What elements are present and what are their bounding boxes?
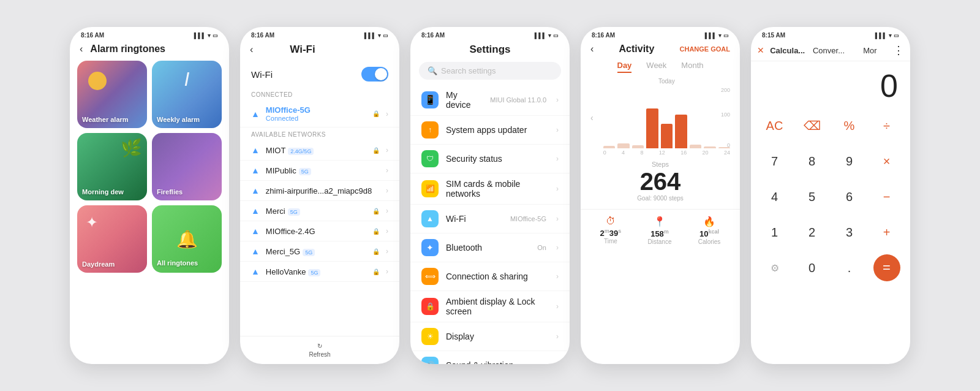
network-row-merci[interactable]: ▲ Merci5G 🔒 › (240, 201, 399, 221)
network-row-miot[interactable]: ▲ MIOT2.4G/5G 🔒 › (240, 140, 399, 161)
network-row-mipublic[interactable]: ▲ MIPublic5G › (240, 161, 399, 181)
arrow-icon-zhimi: › (386, 186, 388, 195)
status-time-2: 8:16 AM (251, 32, 274, 39)
x-label-20: 20 (703, 150, 709, 156)
calc-multiply[interactable]: × (868, 143, 905, 179)
settings-row-display[interactable]: ☀ Display › (410, 322, 570, 351)
calc-9[interactable]: 9 (831, 143, 868, 179)
x-label-0: 0 (603, 150, 606, 156)
ringtone-card-fireflies[interactable]: Fireflies (152, 133, 222, 200)
wifi-toggle[interactable] (361, 67, 388, 82)
settings-row-mydevice[interactable]: 📱 My device MIUI Global 11.0.0 › (410, 85, 570, 116)
settings-row-wifi[interactable]: ▲ Wi-Fi MIOffice-5G › (410, 205, 570, 233)
mydevice-value: MIUI Global 11.0.0 (490, 96, 546, 104)
lock-icon-hellovanke: 🔒 (372, 268, 380, 275)
tab-calculator[interactable]: Calcula... (769, 46, 805, 55)
refresh-button[interactable]: ↻ Refresh (309, 343, 330, 358)
connected-network-row[interactable]: ▲ MIOffice-5G Connected 🔒 › (240, 101, 399, 127)
ringtone-card-morning[interactable]: 🌿 Morning dew (77, 133, 147, 200)
stat-distance: 📍 158m Distance (648, 216, 672, 245)
network-name-mioffice24: MIOffice-2.4G (266, 227, 366, 236)
settings-row-bluetooth[interactable]: ✦ Bluetooth On › (410, 233, 570, 262)
settings-row-sim[interactable]: 📶 SIM cards & mobile networks › (410, 173, 570, 205)
wifi-icon-mioffice24: ▲ (251, 226, 260, 236)
calories-value: 10kcal (698, 229, 721, 238)
arrow-icon-merci: › (386, 207, 388, 215)
sparkle-decoration: ✦ (86, 214, 98, 231)
calc-ac[interactable]: AC (756, 108, 793, 143)
calc-backspace[interactable]: ⌫ (793, 108, 831, 143)
connected-network-name: MIOffice-5G (266, 105, 366, 115)
chart-x-labels: 0 4 8 12 16 20 24 (598, 148, 735, 157)
tab-day[interactable]: Day (617, 61, 632, 73)
ringtone-label-all: All ringtones (157, 259, 198, 267)
network-row-zhimi[interactable]: ▲ zhimi-airpurifie...a2_miapc9d8 › (240, 181, 399, 201)
calc-percent[interactable]: % (831, 108, 868, 143)
ringtone-card-daydream[interactable]: ✦ Daydream (77, 205, 147, 273)
ringtone-card-all[interactable]: 🔔 All ringtones (152, 205, 222, 273)
back-button-4[interactable]: ‹ (590, 44, 594, 55)
back-button-1[interactable]: ‹ (80, 44, 83, 55)
sysapps-icon: ↑ (421, 121, 439, 139)
chart-prev-button[interactable]: ‹ (586, 110, 598, 125)
calc-4[interactable]: 4 (756, 179, 793, 214)
wifi-page-title: Wi-Fi (290, 44, 315, 56)
phone-alarm-ringtones: 8:16 AM ▌▌▌ ▾ ▭ ‹ Alarm ringtones Weathe… (70, 27, 229, 364)
settings-search-bar[interactable]: 🔍 Search settings (419, 62, 561, 80)
calc-6[interactable]: 6 (831, 179, 868, 214)
signal-icon: ▌▌▌ (194, 32, 206, 39)
network-row-mioffice24[interactable]: ▲ MIOffice-2.4G 🔒 › (240, 221, 399, 241)
wifi-status-icon: ▾ (208, 32, 211, 39)
settings-row-connection[interactable]: ⟺ Connection & sharing › (410, 262, 570, 291)
calc-8[interactable]: 8 (793, 143, 831, 179)
available-section-label: AVAILABLE NETWORKS (240, 127, 399, 140)
activity-header: ‹ Activity CHANGE GOAL (581, 41, 740, 58)
x-label-8: 8 (640, 150, 643, 156)
calc-settings[interactable]: ⚙ (756, 250, 793, 286)
back-button-2[interactable]: ‹ (250, 44, 253, 55)
settings-row-ambient[interactable]: 🔒 Ambient display & Lock screen › (410, 291, 570, 322)
wifi-settings-label: Wi-Fi (446, 214, 503, 224)
calc-7[interactable]: 7 (756, 143, 793, 179)
tab-converter[interactable]: Conver... (810, 46, 846, 55)
arrow-icon-connected: › (386, 110, 388, 118)
ambient-text: Ambient display & Lock screen (446, 297, 549, 316)
calc-equals[interactable]: = (868, 250, 905, 286)
bar-6 (675, 115, 687, 148)
tab-month[interactable]: Month (681, 61, 703, 73)
calc-minus[interactable]: − (868, 179, 905, 214)
sim-label: SIM cards & mobile networks (446, 179, 549, 199)
tab-more[interactable]: Mor (852, 46, 888, 55)
settings-row-sysapps[interactable]: ↑ System apps updater › (410, 116, 570, 145)
letter-decoration: I (184, 68, 190, 91)
change-goal-button[interactable]: CHANGE GOAL (680, 45, 731, 53)
connection-arrow: › (556, 272, 559, 281)
ambient-label: Ambient display & Lock screen (446, 297, 549, 316)
calc-2[interactable]: 2 (793, 214, 831, 250)
calc-plus[interactable]: + (868, 214, 905, 250)
ringtone-card-weekly[interactable]: I Weekly alarm (152, 61, 222, 128)
sysapps-text: System apps updater (446, 125, 549, 135)
mydevice-arrow: › (556, 96, 559, 104)
tab-week[interactable]: Week (646, 61, 666, 73)
status-bar-5: 8:15 AM ▌▌▌ ▾ ▭ (751, 27, 910, 41)
calc-3[interactable]: 3 (831, 214, 868, 250)
calc-1[interactable]: 1 (756, 214, 793, 250)
calc-decimal[interactable]: . (831, 250, 868, 286)
leaf-decoration: 🌿 (121, 138, 142, 158)
calc-divide[interactable]: ÷ (868, 108, 905, 143)
bar-2 (617, 143, 629, 148)
settings-row-sound[interactable]: 🔊 Sound & vibration › (410, 351, 570, 364)
network-row-hellovanke[interactable]: ▲ HelloVanke5G 🔒 › (240, 262, 399, 282)
calc-0[interactable]: 0 (793, 250, 831, 286)
calc-5[interactable]: 5 (793, 179, 831, 214)
calories-label: Calories (698, 238, 721, 245)
network-row-merci5g[interactable]: ▲ Merci_5G5G 🔒 › (240, 241, 399, 262)
arrow-icon-miot: › (386, 146, 388, 154)
ringtone-card-weather[interactable]: Weather alarm (77, 61, 147, 128)
mydevice-icon: 📱 (421, 91, 439, 108)
more-options-icon[interactable]: ⋮ (893, 44, 904, 57)
phone-activity: 8:16 AM ▌▌▌ ▾ ▭ ‹ Activity CHANGE GOAL D… (581, 27, 740, 364)
mydevice-text: My device (446, 90, 483, 110)
settings-row-security[interactable]: 🛡 Security status › (410, 145, 570, 173)
